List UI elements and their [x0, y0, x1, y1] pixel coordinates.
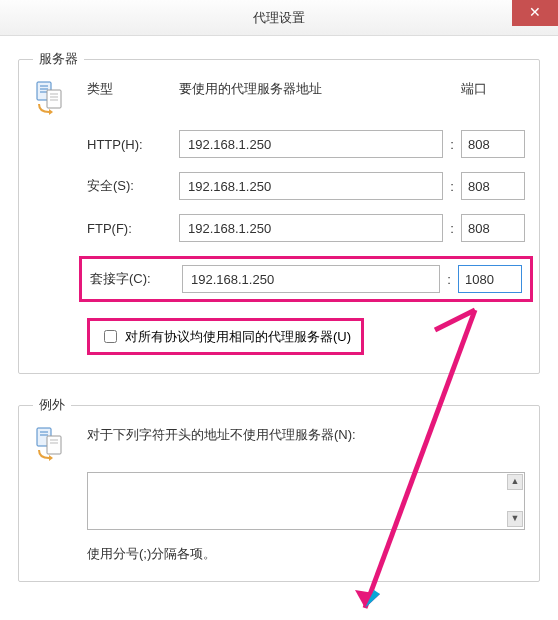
header-port: 端口 — [451, 80, 525, 98]
input-socks-port[interactable] — [458, 265, 522, 293]
input-ftp-addr[interactable] — [179, 214, 443, 242]
server-icon — [33, 80, 69, 116]
input-http-addr[interactable] — [179, 130, 443, 158]
colon: : — [443, 137, 461, 152]
row-http: HTTP(H): : — [87, 130, 525, 158]
row-socks: 套接字(C): : — [90, 265, 522, 293]
window-title: 代理设置 — [253, 10, 305, 25]
header-type: 类型 — [87, 80, 179, 98]
input-socks-addr[interactable] — [182, 265, 440, 293]
label-http: HTTP(H): — [87, 137, 179, 152]
scroll-up-icon[interactable]: ▲ — [507, 474, 523, 490]
server-group: 服务器 类型 要使用的代理服务器地址 端口 — [18, 50, 540, 374]
exceptions-legend: 例外 — [33, 396, 71, 414]
row-secure: 安全(S): : — [87, 172, 525, 200]
same-proxy-checkbox[interactable] — [104, 330, 117, 343]
exceptions-hint: 使用分号(;)分隔各项。 — [87, 545, 525, 563]
colon: : — [440, 272, 458, 287]
colon: : — [443, 179, 461, 194]
label-secure: 安全(S): — [87, 177, 179, 195]
svg-marker-15 — [49, 455, 53, 461]
server-header-row: 类型 要使用的代理服务器地址 端口 — [87, 80, 525, 98]
row-ftp: FTP(F): : — [87, 214, 525, 242]
scroll-down-icon[interactable]: ▼ — [507, 511, 523, 527]
same-proxy-checkbox-wrap[interactable]: 对所有协议均使用相同的代理服务器(U) — [87, 318, 364, 355]
close-icon: ✕ — [529, 4, 541, 20]
input-secure-addr[interactable] — [179, 172, 443, 200]
exceptions-group: 例外 对于下列字符开头的地址不使用代理服务器(N): ▲ ▼ — [18, 396, 540, 582]
svg-rect-12 — [47, 436, 61, 454]
svg-rect-4 — [47, 90, 61, 108]
socks-highlight: 套接字(C): : — [79, 256, 533, 302]
header-addr: 要使用的代理服务器地址 — [179, 80, 451, 98]
colon: : — [443, 221, 461, 236]
same-proxy-label: 对所有协议均使用相同的代理服务器(U) — [125, 328, 351, 346]
input-ftp-port[interactable] — [461, 214, 525, 242]
label-ftp: FTP(F): — [87, 221, 179, 236]
close-button[interactable]: ✕ — [512, 0, 558, 26]
exceptions-icon — [33, 426, 69, 462]
titlebar: 代理设置 ✕ — [0, 0, 558, 36]
input-http-port[interactable] — [461, 130, 525, 158]
label-socks: 套接字(C): — [90, 270, 182, 288]
exceptions-textarea[interactable] — [87, 472, 525, 530]
exceptions-intro: 对于下列字符开头的地址不使用代理服务器(N): — [87, 426, 525, 444]
server-legend: 服务器 — [33, 50, 84, 68]
input-secure-port[interactable] — [461, 172, 525, 200]
svg-marker-8 — [49, 109, 53, 115]
